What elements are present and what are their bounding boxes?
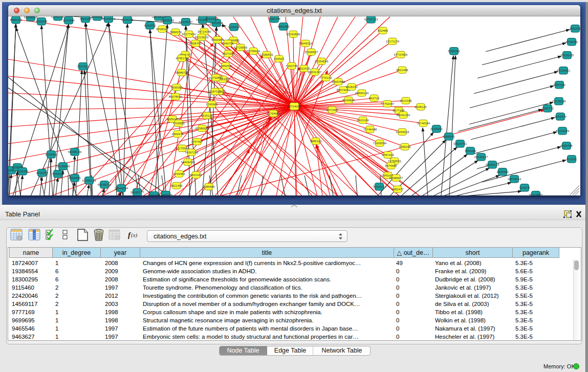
svg-text:93103413: 93103413 bbox=[102, 17, 116, 20]
svg-text:3518233: 3518233 bbox=[345, 85, 358, 88]
svg-text:9413186: 9413186 bbox=[400, 99, 412, 102]
svg-text:2654235: 2654235 bbox=[35, 19, 48, 23]
svg-text:5430391: 5430391 bbox=[205, 17, 217, 20]
svg-text:4738299: 4738299 bbox=[565, 40, 578, 43]
svg-text:2328120: 2328120 bbox=[415, 105, 427, 108]
svg-text:6475255: 6475255 bbox=[121, 18, 134, 21]
svg-text:37996507: 37996507 bbox=[304, 50, 318, 53]
svg-text:1226916: 1226916 bbox=[228, 25, 240, 28]
svg-text:9912419: 9912419 bbox=[298, 67, 310, 70]
svg-text:34957885: 34957885 bbox=[332, 80, 345, 83]
svg-text:5098393: 5098393 bbox=[448, 49, 460, 52]
svg-text:62386922: 62386922 bbox=[195, 126, 209, 129]
svg-text:1745961: 1745961 bbox=[206, 102, 218, 105]
svg-text:4060883: 4060883 bbox=[69, 176, 81, 179]
svg-text:9521456: 9521456 bbox=[170, 184, 183, 187]
svg-text:13171274: 13171274 bbox=[386, 39, 400, 42]
svg-text:330923: 330923 bbox=[274, 57, 285, 60]
svg-text:82175946: 82175946 bbox=[176, 146, 189, 149]
svg-text:25135427: 25135427 bbox=[474, 155, 488, 158]
svg-text:1627204: 1627204 bbox=[222, 52, 234, 55]
svg-text:1969379: 1969379 bbox=[171, 132, 184, 135]
svg-text:71746488: 71746488 bbox=[363, 127, 377, 130]
svg-text:5240824: 5240824 bbox=[342, 98, 355, 101]
svg-text:99091334: 99091334 bbox=[397, 113, 410, 116]
svg-text:9636057: 9636057 bbox=[170, 85, 183, 89]
svg-text:37631165: 37631165 bbox=[560, 53, 574, 56]
svg-text:2606474: 2606474 bbox=[554, 115, 567, 118]
svg-text:67737826: 67737826 bbox=[394, 53, 408, 56]
svg-text:8708317: 8708317 bbox=[156, 27, 168, 30]
svg-text:6690967: 6690967 bbox=[211, 38, 224, 41]
svg-text:57262849: 57262849 bbox=[287, 32, 300, 35]
svg-text:7346706: 7346706 bbox=[222, 41, 234, 45]
svg-text:7991183: 7991183 bbox=[465, 149, 477, 152]
svg-text:1824493: 1824493 bbox=[496, 170, 509, 173]
svg-text:9743953: 9743953 bbox=[173, 172, 185, 175]
svg-text:1326773: 1326773 bbox=[541, 106, 554, 110]
svg-text:7816184: 7816184 bbox=[79, 17, 92, 20]
svg-text:86578091: 86578091 bbox=[169, 95, 183, 98]
svg-text:81754965: 81754965 bbox=[267, 112, 280, 115]
svg-text:87234309: 87234309 bbox=[556, 129, 570, 132]
svg-text:842710: 842710 bbox=[369, 96, 380, 99]
svg-text:3387262: 3387262 bbox=[553, 83, 565, 86]
svg-text:62729806: 62729806 bbox=[234, 46, 248, 49]
svg-text:7182278: 7182278 bbox=[268, 17, 280, 20]
svg-text:13433200: 13433200 bbox=[159, 193, 173, 195]
svg-text:74367136: 74367136 bbox=[185, 150, 199, 154]
svg-text:4216073: 4216073 bbox=[36, 171, 48, 174]
svg-text:524278: 524278 bbox=[519, 186, 530, 189]
svg-text:71906594: 71906594 bbox=[373, 141, 387, 144]
svg-text:8148932: 8148932 bbox=[91, 16, 103, 18]
svg-text:36995777: 36995777 bbox=[130, 190, 144, 193]
svg-text:61595148: 61595148 bbox=[82, 179, 96, 182]
svg-text:3709859: 3709859 bbox=[172, 121, 185, 124]
svg-text:7770143: 7770143 bbox=[320, 76, 332, 79]
svg-text:64139537: 64139537 bbox=[179, 20, 193, 23]
svg-text:3285884: 3285884 bbox=[203, 185, 215, 188]
svg-text:3685160: 3685160 bbox=[310, 139, 322, 142]
svg-text:2421024: 2421024 bbox=[357, 118, 369, 121]
svg-text:51462704: 51462704 bbox=[51, 16, 65, 18]
svg-text:65648236: 65648236 bbox=[98, 183, 112, 186]
svg-text:1671902: 1671902 bbox=[326, 108, 338, 111]
svg-text:55886753: 55886753 bbox=[175, 71, 189, 74]
svg-text:932480: 932480 bbox=[378, 29, 388, 32]
svg-text:67010651: 67010651 bbox=[557, 69, 571, 72]
svg-text:9821465: 9821465 bbox=[396, 68, 408, 71]
svg-text:34624751: 34624751 bbox=[453, 142, 467, 145]
svg-text:1031051: 1031051 bbox=[569, 27, 580, 30]
svg-text:34714345: 34714345 bbox=[198, 30, 211, 33]
svg-text:76945314: 76945314 bbox=[299, 41, 313, 45]
svg-text:73178108: 73178108 bbox=[552, 99, 566, 102]
svg-text:80831367: 80831367 bbox=[308, 70, 322, 73]
svg-text:1615594: 1615594 bbox=[62, 18, 75, 21]
svg-text:62702895: 62702895 bbox=[209, 76, 223, 79]
svg-text:18724007: 18724007 bbox=[288, 104, 301, 107]
svg-text:7193745: 7193745 bbox=[286, 64, 298, 67]
svg-text:4896383: 4896383 bbox=[277, 25, 290, 28]
svg-text:34874016: 34874016 bbox=[508, 177, 521, 180]
svg-text:51850671: 51850671 bbox=[219, 64, 233, 67]
svg-text:81223623: 81223623 bbox=[195, 35, 209, 38]
svg-text:7889579: 7889579 bbox=[169, 30, 182, 33]
svg-text:53755646: 53755646 bbox=[247, 49, 260, 52]
svg-text:1429401: 1429401 bbox=[45, 152, 57, 156]
svg-text:97848018: 97848018 bbox=[24, 16, 38, 19]
svg-text:98084124: 98084124 bbox=[486, 163, 499, 166]
svg-text:4316117: 4316117 bbox=[201, 114, 213, 117]
svg-text:7187026: 7187026 bbox=[209, 90, 221, 93]
svg-text:54145868: 54145868 bbox=[56, 164, 70, 167]
svg-text:55698169: 55698169 bbox=[68, 150, 82, 153]
svg-text:94406409: 94406409 bbox=[181, 160, 195, 163]
svg-text:60385977: 60385977 bbox=[389, 176, 403, 179]
svg-text:8386379: 8386379 bbox=[10, 18, 22, 21]
svg-text:3482477: 3482477 bbox=[391, 187, 404, 190]
svg-text:76320163: 76320163 bbox=[373, 185, 386, 188]
svg-text:87277434: 87277434 bbox=[182, 32, 196, 35]
svg-text:7543303: 7543303 bbox=[52, 172, 64, 175]
svg-text:17080531: 17080531 bbox=[260, 53, 274, 56]
svg-text:5674680: 5674680 bbox=[385, 164, 397, 167]
svg-text:1399049: 1399049 bbox=[399, 145, 411, 148]
